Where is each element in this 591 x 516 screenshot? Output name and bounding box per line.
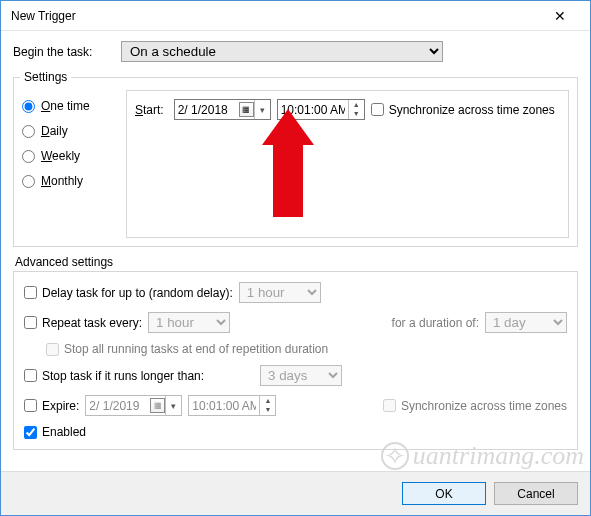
stop-long-checkbox[interactable]: Stop task if it runs longer than: [24, 369, 204, 383]
new-trigger-dialog: New Trigger ✕ Begin the task: On a sched… [0, 0, 591, 516]
radio-daily[interactable]: Daily [22, 124, 126, 138]
delay-label: Delay task for up to (random delay): [42, 286, 233, 300]
delay-checkbox-input[interactable] [24, 286, 37, 299]
sync-timezones-input[interactable] [371, 103, 384, 116]
window-title: New Trigger [11, 9, 540, 23]
enabled-label: Enabled [42, 425, 86, 439]
stop-all-label: Stop all running tasks at end of repetit… [64, 342, 328, 356]
radio-weekly-input[interactable] [22, 150, 35, 163]
radio-monthly[interactable]: Monthly [22, 174, 126, 188]
expire-sync-input [383, 399, 396, 412]
expire-label: Expire: [42, 399, 79, 413]
time-spinner[interactable]: ▲▼ [348, 100, 364, 119]
schedule-radio-group: One time Daily Weekly Monthly [22, 90, 126, 238]
repeat-interval-select: 1 hour [148, 312, 230, 333]
expire-date-input [86, 396, 148, 415]
delay-checkbox[interactable]: Delay task for up to (random delay): [24, 286, 233, 300]
expire-time-picker: ▲▼ [188, 395, 276, 416]
repeat-label: Repeat task every: [42, 316, 142, 330]
start-date-input[interactable] [175, 100, 237, 119]
radio-daily-input[interactable] [22, 125, 35, 138]
annotation-arrow [267, 109, 309, 217]
stop-long-checkbox-input[interactable] [24, 369, 37, 382]
radio-monthly-input[interactable] [22, 175, 35, 188]
repeat-duration-select: 1 day [485, 312, 567, 333]
begin-task-select[interactable]: On a schedule [121, 41, 443, 62]
stop-long-select: 3 days [260, 365, 342, 386]
sync-timezones-checkbox[interactable]: Synchronize across time zones [371, 103, 555, 117]
time-spinner: ▲▼ [259, 396, 275, 415]
date-drop-icon [165, 396, 181, 415]
close-button[interactable]: ✕ [540, 2, 580, 30]
cancel-button[interactable]: Cancel [494, 482, 578, 505]
calendar-icon[interactable]: ▦ [239, 102, 254, 117]
repeat-checkbox[interactable]: Repeat task every: [24, 316, 142, 330]
start-label: Start: [135, 103, 164, 117]
advanced-settings-title: Advanced settings [15, 255, 578, 269]
expire-time-input [189, 396, 259, 415]
radio-one-time-input[interactable] [22, 100, 35, 113]
stop-all-checkbox-input [46, 343, 59, 356]
schedule-detail-panel: Start: ▦ ▲▼ Synchronize across ti [126, 90, 569, 238]
advanced-settings-box: Delay task for up to (random delay): 1 h… [13, 271, 578, 450]
sync-timezones-label: Synchronize across time zones [389, 103, 555, 117]
expire-date-picker: ▦ [85, 395, 182, 416]
stop-all-checkbox: Stop all running tasks at end of repetit… [46, 342, 328, 356]
expire-checkbox-input[interactable] [24, 399, 37, 412]
radio-weekly[interactable]: Weekly [22, 149, 126, 163]
enabled-checkbox-input[interactable] [24, 426, 37, 439]
expire-checkbox[interactable]: Expire: [24, 399, 79, 413]
calendar-icon: ▦ [150, 398, 165, 413]
dialog-footer: OK Cancel [1, 471, 590, 515]
settings-legend: Settings [20, 70, 71, 84]
expire-sync-checkbox: Synchronize across time zones [383, 399, 567, 413]
titlebar: New Trigger ✕ [1, 1, 590, 31]
ok-button[interactable]: OK [402, 482, 486, 505]
delay-select: 1 hour [239, 282, 321, 303]
repeat-checkbox-input[interactable] [24, 316, 37, 329]
begin-task-label: Begin the task: [13, 45, 121, 59]
start-date-picker[interactable]: ▦ [174, 99, 271, 120]
enabled-checkbox[interactable]: Enabled [24, 425, 86, 439]
radio-one-time[interactable]: One time [22, 99, 126, 113]
repeat-duration-label: for a duration of: [392, 316, 479, 330]
stop-long-label: Stop task if it runs longer than: [42, 369, 204, 383]
expire-sync-label: Synchronize across time zones [401, 399, 567, 413]
